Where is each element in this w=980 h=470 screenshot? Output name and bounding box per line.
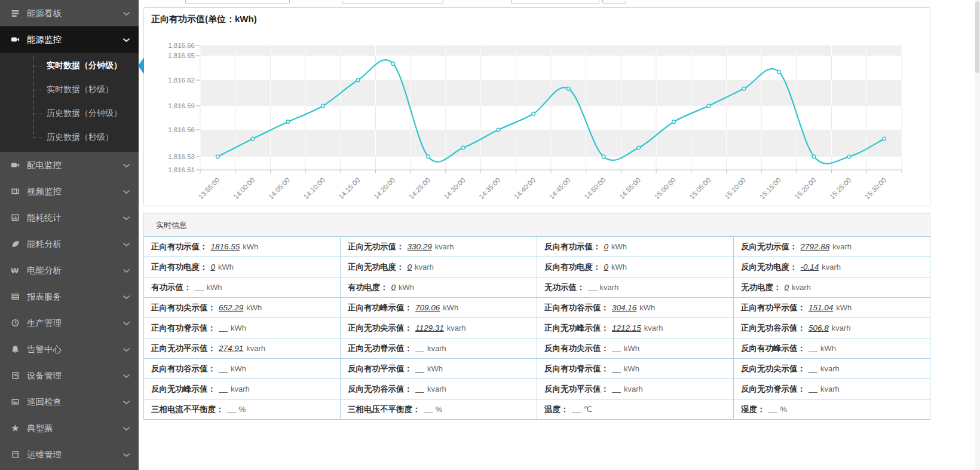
sidebar-item-5[interactable]: 能耗统计 — [0, 205, 139, 231]
sidebar-item-3[interactable]: 配电监控 — [0, 152, 139, 178]
cell-label: 有功电度： — [348, 283, 388, 292]
table-row: 正向有功脊示值：kWh正向无功尖示值：1129.31kvarh正向无功峰示值：1… — [144, 318, 930, 338]
filter-input-2[interactable] — [342, 0, 443, 4]
cell-value[interactable] — [612, 364, 621, 373]
sidebar-item-9[interactable]: 生产管理 — [0, 310, 139, 336]
cell-value[interactable]: 304.16 — [612, 303, 636, 312]
table-row: 反向有功谷示值：kWh反向有功平示值：kWh反向有功脊示值：kWh反向无功尖示值… — [144, 359, 930, 379]
query-button[interactable] — [602, 0, 626, 4]
cell-label: 反向有功脊示值： — [544, 364, 609, 373]
info-cell: 三相电流不平衡度：% — [144, 399, 341, 420]
cell-value[interactable]: 506.8 — [808, 323, 829, 332]
scrollbar-thumb[interactable] — [975, 1, 979, 73]
cell-label: 温度： — [544, 405, 569, 414]
sidebar-item-6[interactable]: 能耗分析 — [0, 231, 139, 257]
sidebar-item-10[interactable]: 告警中心 — [0, 336, 139, 362]
cell-unit: kvarh — [822, 263, 841, 271]
sidebar-item-13[interactable]: 典型票 — [0, 415, 139, 441]
svg-text:15:10:00: 15:10:00 — [723, 176, 747, 200]
sidebar-subitem-3[interactable]: 历史数据（分钟级） — [0, 102, 139, 126]
cell-value[interactable] — [612, 344, 621, 352]
info-cell: 正向有功脊示值：kWh — [144, 318, 341, 338]
cell-value[interactable] — [219, 323, 228, 332]
cell-value[interactable] — [808, 364, 817, 373]
cell-value[interactable]: -0.14 — [801, 263, 819, 271]
cell-value[interactable] — [808, 344, 817, 352]
sidebar-item-11[interactable]: 设备管理 — [0, 362, 139, 389]
filter-input-1[interactable] — [185, 0, 290, 4]
sidebar-item-8[interactable]: 报表服务 — [0, 283, 139, 310]
info-cell: 正向有功尖示值：652.29kWh — [144, 298, 341, 318]
cell-value[interactable]: 1212.15 — [612, 323, 641, 332]
info-cell: 反向有功尖示值：kWh — [537, 338, 734, 359]
cell-value[interactable] — [415, 384, 424, 393]
cell-value[interactable]: 274.91 — [219, 344, 243, 353]
sidebar-subitem-label: 历史数据（秒级） — [47, 132, 114, 143]
sidebar-subitem-1[interactable]: 实时数据（分钟级） — [0, 54, 139, 78]
cell-value[interactable]: 0 — [408, 263, 412, 271]
cell-unit: kvarh — [231, 384, 250, 393]
cell-value[interactable] — [424, 405, 433, 413]
cell-value[interactable]: 0 — [391, 283, 396, 292]
cell-value[interactable]: 330.29 — [408, 242, 432, 251]
cell-value[interactable] — [588, 283, 597, 291]
cell-value[interactable]: 1816.55 — [211, 242, 240, 251]
chart-card: 正向有功示值(单位：kWh) 1,816.661,816.651,816.621… — [143, 7, 930, 206]
cell-value[interactable]: 0 — [785, 283, 789, 292]
sidebar-item-4[interactable]: 视频监控 — [0, 178, 139, 205]
cell-value[interactable] — [219, 384, 228, 393]
cell-unit: kWh — [399, 283, 414, 292]
cell-value[interactable]: 151.04 — [808, 303, 833, 312]
svg-text:1,816.51: 1,816.51 — [168, 166, 195, 173]
info-cell: 反向无功示值：2792.88kvarh — [734, 237, 930, 257]
cell-label: 正向无功谷示值： — [741, 323, 806, 332]
sidebar-item-7[interactable]: ₩电能分析 — [0, 257, 139, 283]
cell-label: 反向有功平示值： — [348, 364, 412, 373]
cell-value[interactable]: 652.29 — [219, 303, 243, 312]
sidebar-item-14[interactable]: 运维管理 — [0, 441, 139, 468]
cell-value[interactable]: 0 — [211, 263, 216, 271]
cell-unit: % — [780, 405, 788, 414]
cell-value[interactable] — [219, 364, 228, 373]
cell-value[interactable]: 2792.88 — [801, 242, 830, 251]
sidebar-submenu: 实时数据（分钟级）实时数据（秒级）历史数据（分钟级）历史数据（秒级） — [0, 53, 139, 152]
svg-text:14:40:00: 14:40:00 — [513, 176, 537, 200]
vertical-scrollbar[interactable] — [975, 0, 980, 470]
cell-unit: kvarh — [427, 344, 446, 353]
cell-unit: kvarh — [435, 242, 454, 251]
sidebar-item-12[interactable]: 巡回检查 — [0, 389, 139, 415]
cell-value[interactable] — [612, 384, 621, 393]
sidebar-subitem-2[interactable]: 实时数据（秒级） — [0, 78, 139, 102]
filter-input-3[interactable] — [511, 0, 599, 4]
info-cell: 反向有功谷示值：kWh — [144, 359, 341, 379]
cell-value[interactable] — [415, 344, 424, 352]
sidebar-item-2[interactable]: 能源监控 — [0, 26, 139, 53]
chevron-down-icon — [123, 239, 130, 249]
cell-value[interactable] — [808, 384, 817, 393]
sidebar-subitem-4[interactable]: 历史数据（秒级） — [0, 126, 139, 149]
info-cell: 正向无功示值：330.29kvarh — [341, 237, 537, 257]
cell-value[interactable] — [227, 405, 236, 413]
cell-unit: kWh — [243, 242, 258, 251]
sidebar-item-1[interactable]: 能源看板 — [0, 0, 139, 26]
svg-text:1,816.59: 1,816.59 — [168, 102, 195, 109]
info-cell: 有功示值：kWh — [144, 277, 341, 298]
cell-label: 正向无功电度： — [348, 263, 405, 271]
leaf-icon — [11, 240, 20, 248]
cell-value[interactable] — [572, 405, 581, 413]
cell-label: 有功示值： — [151, 283, 192, 292]
cell-value[interactable]: 1129.31 — [415, 323, 444, 332]
cell-label: 无功电度： — [741, 283, 782, 292]
cell-value[interactable]: 0 — [604, 242, 609, 251]
cell-unit: kvarh — [832, 323, 851, 332]
cell-value[interactable]: 709.06 — [415, 303, 440, 312]
cell-unit: kWh — [443, 303, 458, 312]
cell-label: 反向无功谷示值： — [348, 384, 412, 393]
cell-unit: kWh — [820, 344, 836, 353]
svg-text:13:55:00: 13:55:00 — [197, 176, 221, 200]
svg-text:1,816.62: 1,816.62 — [168, 77, 195, 84]
cell-value[interactable] — [415, 364, 424, 373]
cell-value[interactable]: 0 — [604, 263, 609, 271]
cell-value[interactable] — [195, 283, 204, 291]
cell-value[interactable] — [768, 405, 777, 413]
